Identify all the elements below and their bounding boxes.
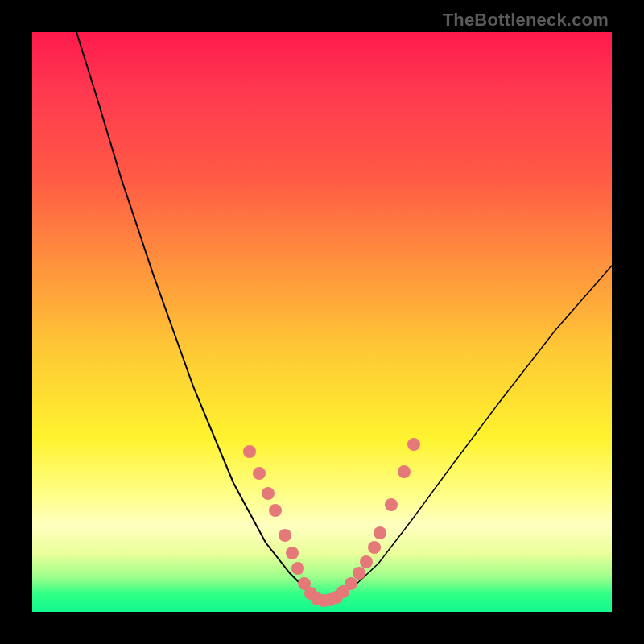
data-marker xyxy=(368,541,381,554)
data-marker xyxy=(253,467,266,480)
data-marker xyxy=(407,438,420,451)
watermark-text: TheBottleneck.com xyxy=(443,10,609,31)
data-marker xyxy=(398,465,411,478)
data-marker xyxy=(279,529,291,542)
marker-group xyxy=(243,438,420,607)
data-marker xyxy=(385,498,398,511)
data-marker xyxy=(374,526,386,539)
data-marker xyxy=(345,577,357,590)
data-marker xyxy=(243,445,256,458)
data-marker xyxy=(269,504,282,517)
data-marker xyxy=(262,487,275,500)
data-marker xyxy=(360,555,373,568)
data-marker xyxy=(353,567,365,580)
curve-left xyxy=(76,32,324,600)
bottleneck-curve xyxy=(32,32,612,612)
curve-right xyxy=(324,266,612,600)
data-marker xyxy=(291,562,304,575)
data-marker xyxy=(286,547,299,559)
